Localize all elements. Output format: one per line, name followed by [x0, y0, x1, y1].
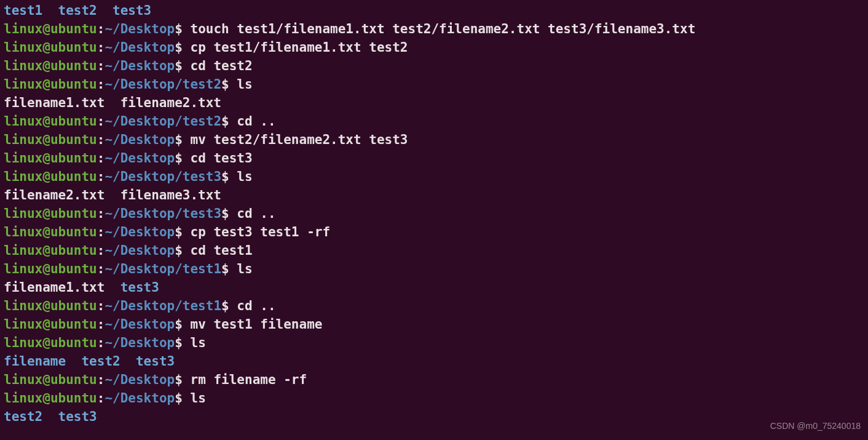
prompt-at: @	[42, 225, 50, 239]
command-text: rm filename -rf	[191, 372, 307, 387]
terminal-line: linux@ubuntu:~/Desktop$ cd test3	[4, 149, 864, 167]
terminal-line: linux@ubuntu:~/Desktop/test3$ cd ..	[4, 204, 864, 223]
prompt-path: ~/Desktop	[105, 243, 175, 258]
terminal-line: filename2.txt filename3.txt	[4, 186, 864, 204]
prompt-dollar: $	[221, 298, 229, 313]
prompt-colon: :	[97, 58, 105, 73]
prompt-host: ubuntu	[50, 77, 97, 92]
prompt-host: ubuntu	[50, 391, 97, 406]
command-text: ls	[237, 169, 252, 184]
terminal-line: linux@ubuntu:~/Desktop$ ls	[4, 334, 864, 352]
prompt-at: @	[42, 317, 50, 332]
terminal-line: linux@ubuntu:~/Desktop$ cd test2	[4, 57, 864, 75]
prompt-dollar: $	[221, 262, 229, 276]
directory-name: test3	[136, 354, 175, 369]
command-text: cd test3	[191, 151, 253, 166]
watermark: CSDN @m0_75240018	[770, 417, 861, 435]
prompt-host: ubuntu	[50, 298, 97, 313]
prompt-colon: :	[97, 40, 105, 55]
prompt-dollar: $	[175, 225, 183, 239]
prompt-dollar: $	[221, 206, 229, 221]
prompt-host: ubuntu	[50, 262, 97, 276]
prompt-path: ~/Desktop	[105, 40, 175, 55]
prompt-host: ubuntu	[50, 151, 97, 166]
prompt-at: @	[42, 114, 50, 129]
prompt-host: ubuntu	[50, 335, 97, 350]
prompt-at: @	[42, 372, 50, 387]
prompt-host: ubuntu	[50, 58, 97, 73]
prompt-host: ubuntu	[50, 114, 97, 129]
terminal-line: linux@ubuntu:~/Desktop$ cd test1	[4, 241, 864, 260]
prompt-user: linux	[4, 225, 42, 239]
prompt-user: linux	[4, 206, 42, 221]
command-text: cp test3 test1 -rf	[191, 225, 331, 239]
terminal-line: linux@ubuntu:~/Desktop/test1$ ls	[4, 260, 864, 278]
prompt-at: @	[42, 298, 50, 313]
prompt-user: linux	[4, 262, 42, 276]
prompt-at: @	[42, 169, 50, 184]
prompt-dollar: $	[175, 22, 183, 36]
prompt-user: linux	[4, 317, 42, 332]
prompt-at: @	[42, 58, 50, 73]
prompt-dollar: $	[221, 169, 229, 184]
terminal-line: linux@ubuntu:~/Desktop$ cp test1/filenam…	[4, 38, 864, 57]
terminal-line: filename1.txt filename2.txt	[4, 94, 864, 112]
prompt-host: ubuntu	[50, 22, 97, 36]
prompt-path: ~/Desktop	[105, 58, 175, 73]
command-output: filename2.txt filename3.txt	[4, 188, 221, 202]
command-text: ls	[191, 335, 206, 350]
prompt-colon: :	[97, 317, 105, 332]
prompt-dollar: $	[175, 40, 183, 55]
prompt-path: ~/Desktop/test1	[105, 298, 221, 313]
directory-name: test2	[4, 409, 42, 424]
prompt-host: ubuntu	[50, 132, 97, 147]
prompt-dollar: $	[221, 77, 229, 92]
prompt-colon: :	[97, 225, 105, 239]
prompt-path: ~/Desktop	[105, 132, 175, 147]
prompt-colon: :	[97, 372, 105, 387]
terminal-line: linux@ubuntu:~/Desktop/test1$ cd ..	[4, 297, 864, 315]
prompt-dollar: $	[175, 58, 183, 73]
command-text: ls	[237, 262, 252, 276]
prompt-at: @	[42, 262, 50, 276]
prompt-at: @	[42, 391, 50, 406]
prompt-user: linux	[4, 22, 42, 36]
prompt-path: ~/Desktop	[105, 372, 175, 387]
file-name: filename1.txt	[4, 280, 105, 295]
prompt-user: linux	[4, 298, 42, 313]
prompt-colon: :	[97, 22, 105, 36]
prompt-host: ubuntu	[50, 225, 97, 239]
prompt-colon: :	[97, 151, 105, 166]
prompt-user: linux	[4, 169, 42, 184]
prompt-user: linux	[4, 243, 42, 258]
prompt-host: ubuntu	[50, 372, 97, 387]
terminal-line: linux@ubuntu:~/Desktop/test3$ ls	[4, 167, 864, 186]
prompt-path: ~/Desktop/test2	[105, 114, 221, 129]
terminal-line: linux@ubuntu:~/Desktop$ rm filename -rf	[4, 370, 864, 389]
prompt-colon: :	[97, 391, 105, 406]
prompt-colon: :	[97, 298, 105, 313]
prompt-at: @	[42, 77, 50, 92]
directory-name: test2	[58, 3, 97, 18]
prompt-at: @	[42, 40, 50, 55]
prompt-host: ubuntu	[50, 206, 97, 221]
command-text: cd ..	[237, 206, 275, 221]
command-text: cd ..	[237, 114, 275, 129]
prompt-path: ~/Desktop/test3	[105, 169, 221, 184]
terminal-line: linux@ubuntu:~/Desktop/test2$ ls	[4, 75, 864, 94]
terminal-line: linux@ubuntu:~/Desktop$ mv test1 filenam…	[4, 315, 864, 334]
command-output: filename1.txt filename2.txt	[4, 95, 221, 110]
directory-name: test2	[81, 354, 120, 369]
terminal-output[interactable]: test1 test2 test3linux@ubuntu:~/Desktop$…	[0, 0, 868, 427]
prompt-path: ~/Desktop	[105, 335, 175, 350]
command-text: mv test1 filename	[191, 317, 323, 332]
prompt-user: linux	[4, 335, 42, 350]
prompt-host: ubuntu	[50, 243, 97, 258]
command-text: touch test1/filename1.txt test2/filename…	[191, 22, 696, 36]
prompt-dollar: $	[175, 391, 183, 406]
command-text: cp test1/filename1.txt test2	[191, 40, 408, 55]
prompt-host: ubuntu	[50, 317, 97, 332]
prompt-colon: :	[97, 132, 105, 147]
prompt-colon: :	[97, 206, 105, 221]
prompt-path: ~/Desktop/test1	[105, 262, 221, 276]
